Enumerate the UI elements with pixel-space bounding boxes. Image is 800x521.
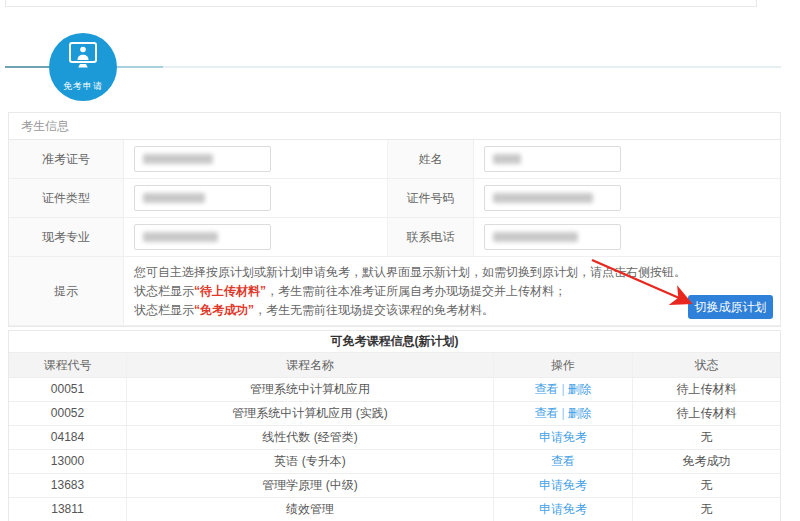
monitor-user-icon [63,41,103,77]
hint-highlight-success: “免考成功” [194,303,254,317]
hint-line-1: 您可自主选择按原计划或新计划申请免考，默认界面显示新计划，如需切换到原计划，请点… [134,263,770,282]
top-panel-edge [5,0,757,7]
hint-line-2: 状态栏显示“待上传材料”，考生需前往本准考证所属自考办现场提交并上传材料； [134,282,770,301]
field-cell [124,218,388,257]
cell-name: 管理系统中计算机应用 [126,378,493,401]
field-cell [124,140,388,179]
cell-status: 待上传材料 [632,378,780,401]
field-label-major: 现考专业 [9,218,124,257]
action-separator: | [561,382,564,396]
cell-name: 线性代数 (经管类) [126,426,493,449]
action-apply-link[interactable]: 申请免考 [539,430,587,444]
action-separator: | [561,406,564,420]
page-container: 免考申请 考生信息 准考证号 姓名 证件类型 证件号码 现考专业 [0,0,800,521]
step-label: 免考申请 [63,80,103,93]
field-label-phone: 联系电话 [388,218,474,257]
hint-line-2-pre: 状态栏显示 [134,284,194,298]
action-apply-link[interactable]: 申请免考 [539,478,587,492]
table-row: 13000 英语 (专升本) 查看 免考成功 [9,449,780,473]
action-delete-link[interactable]: 删除 [568,406,592,420]
table-row: 00052 管理系统中计算机应用 (实践) 查看|删除 待上传材料 [9,401,780,425]
major-input[interactable] [134,224,271,250]
candidate-info-panel: 考生信息 准考证号 姓名 证件类型 证件号码 现考专业 联系电话 [8,112,781,327]
cell-actions: 申请免考 [493,474,632,497]
hint-line-3-pre: 状态栏显示 [134,303,194,317]
hint-line-3: 状态栏显示“免考成功”，考生无需前往现场提交该课程的免考材料。 [134,301,770,320]
field-cell [474,179,780,218]
candidate-info-grid: 准考证号 姓名 证件类型 证件号码 现考专业 联系电话 [9,140,780,326]
name-input[interactable] [484,146,621,172]
section-title: 考生信息 [9,113,780,140]
field-cell [474,218,780,257]
table-row: 13683 管理学原理 (中级) 申请免考 无 [9,473,780,497]
action-view-link[interactable]: 查看 [551,454,575,468]
field-label-exam-no: 准考证号 [9,140,124,179]
cell-name: 绩效管理 [126,498,493,521]
field-label-id-type: 证件类型 [9,179,124,218]
field-cell [124,179,388,218]
course-table: 可免考课程信息(新计划) 课程代号 课程名称 操作 状态 00051 管理系统中… [8,330,781,521]
cell-status: 待上传材料 [632,402,780,425]
cell-name: 英语 (专升本) [126,450,493,473]
action-delete-link[interactable]: 删除 [568,382,592,396]
field-cell [474,140,780,179]
hint-line-2-post: ，考生需前往本准考证所属自考办现场提交并上传材料； [266,284,566,298]
field-label-id-number: 证件号码 [388,179,474,218]
column-header-code: 课程代号 [9,353,126,377]
hint-line-3-post: ，考生无需前往现场提交该课程的免考材料。 [254,303,494,317]
redacted-value [143,232,218,242]
column-header-status: 状态 [632,353,780,377]
action-apply-link[interactable]: 申请免考 [539,502,587,516]
cell-actions: 查看|删除 [493,402,632,425]
cell-status: 无 [632,498,780,521]
cell-status: 无 [632,426,780,449]
redacted-value [143,154,213,164]
cell-code: 04184 [9,426,126,449]
table-row: 04184 线性代数 (经管类) 申请免考 无 [9,425,780,449]
hint-label: 提示 [9,257,124,326]
cell-code: 13000 [9,450,126,473]
hint-highlight-upload: “待上传材料” [194,284,266,298]
action-view-link[interactable]: 查看 [534,406,558,420]
table-header-row: 课程代号 课程名称 操作 状态 [9,352,780,377]
phone-input[interactable] [484,224,621,250]
action-view-link[interactable]: 查看 [534,382,558,396]
step-line-rest [163,66,781,68]
exam-no-input[interactable] [134,146,271,172]
redacted-value [493,154,521,164]
cell-actions: 申请免考 [493,426,632,449]
cell-status: 免考成功 [632,450,780,473]
cell-code: 00052 [9,402,126,425]
column-header-action: 操作 [493,353,632,377]
cell-actions: 查看 [493,450,632,473]
hint-text: 您可自主选择按原计划或新计划申请免考，默认界面显示新计划，如需切换到原计划，请点… [124,257,780,326]
cell-status: 无 [632,474,780,497]
redacted-value [143,193,205,203]
column-header-name: 课程名称 [126,353,493,377]
cell-actions: 查看|删除 [493,378,632,401]
table-row: 13811 绩效管理 申请免考 无 [9,497,780,521]
redacted-value [493,193,593,203]
cell-name: 管理学原理 (中级) [126,474,493,497]
switch-to-original-plan-button[interactable]: 切换成原计划 [688,295,773,319]
id-type-input[interactable] [134,185,271,211]
cell-code: 13683 [9,474,126,497]
cell-code: 13811 [9,498,126,521]
cell-code: 00051 [9,378,126,401]
redacted-value [493,232,578,242]
cell-name: 管理系统中计算机应用 (实践) [126,402,493,425]
cell-actions: 申请免考 [493,498,632,521]
field-label-name: 姓名 [388,140,474,179]
step-circle-exemption[interactable]: 免考申请 [49,33,117,101]
id-number-input[interactable] [484,185,621,211]
table-title: 可免考课程信息(新计划) [9,331,780,352]
table-row: 00051 管理系统中计算机应用 查看|删除 待上传材料 [9,377,780,401]
